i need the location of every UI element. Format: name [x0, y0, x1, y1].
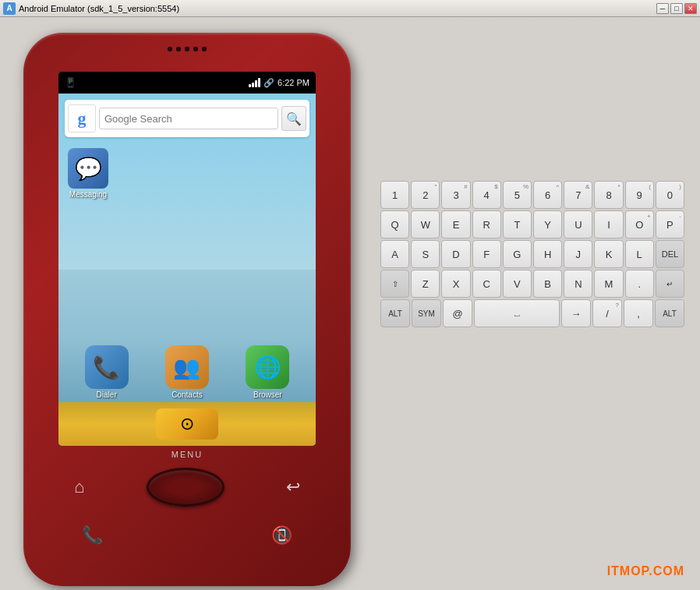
- key-c[interactable]: C: [472, 270, 501, 298]
- key-b[interactable]: B: [533, 270, 562, 298]
- window-title: Android Emulator (sdk_1_5_version:5554): [19, 4, 653, 13]
- speaker-dot: [168, 47, 172, 51]
- key-s[interactable]: S: [411, 240, 440, 268]
- key-enter[interactable]: ↵: [656, 270, 684, 298]
- key-2[interactable]: "2: [411, 181, 440, 209]
- phone-body: 📱 🔗 6:22 PM: [23, 33, 351, 586]
- key-f[interactable]: F: [472, 240, 501, 268]
- browser-icon-glyph: 🌐: [254, 355, 281, 380]
- maximize-button[interactable]: □: [670, 3, 683, 14]
- close-button[interactable]: ✕: [684, 3, 697, 14]
- status-right: 🔗 6:22 PM: [249, 78, 309, 88]
- call-button[interactable]: 📞: [82, 525, 103, 546]
- key-k[interactable]: K: [594, 240, 623, 268]
- key-5[interactable]: %5: [503, 181, 532, 209]
- keyboard-row-numbers: 1 "2 #3 $4 %5 ^6 &7 *8 (9 )0: [380, 181, 684, 209]
- home-icon[interactable]: ⌂: [74, 477, 84, 497]
- signal-bar-3: [255, 80, 257, 87]
- key-8[interactable]: *8: [594, 181, 623, 209]
- key-d[interactable]: D: [441, 240, 470, 268]
- key-at[interactable]: @: [443, 299, 472, 327]
- key-m[interactable]: M: [594, 270, 623, 298]
- search-bar[interactable]: g 🔍: [65, 100, 309, 137]
- key-q[interactable]: Q: [380, 210, 409, 238]
- browser-label: Browser: [253, 390, 282, 399]
- signal-icon: [249, 78, 260, 87]
- keyboard-row-bottom: ALT SYM @ ⎵ → ?/ , ALT: [380, 299, 684, 327]
- key-alt-right[interactable]: ALT: [655, 299, 684, 327]
- key-u[interactable]: U: [564, 210, 592, 238]
- title-bar: A Android Emulator (sdk_1_5_version:5554…: [0, 0, 700, 17]
- key-del[interactable]: DEL: [656, 240, 684, 268]
- watermark: ITMOP.COM: [607, 564, 684, 578]
- key-p[interactable]: -P: [656, 210, 684, 238]
- speaker-dots: [168, 47, 207, 51]
- key-x[interactable]: X: [441, 270, 470, 298]
- messaging-app[interactable]: 💬 Messaging: [68, 148, 108, 199]
- key-space[interactable]: ⎵: [474, 299, 560, 327]
- search-input[interactable]: [99, 108, 278, 129]
- minimize-button[interactable]: ─: [656, 3, 669, 14]
- center-oval-button[interactable]: [147, 468, 224, 507]
- key-alt-left[interactable]: ALT: [380, 299, 410, 327]
- status-left: 📱: [65, 77, 76, 88]
- key-1[interactable]: 1: [380, 181, 409, 209]
- key-r[interactable]: R: [472, 210, 501, 238]
- speaker-dot: [193, 47, 198, 51]
- key-comma[interactable]: ,: [624, 299, 653, 327]
- status-bar: 📱 🔗 6:22 PM: [58, 72, 316, 94]
- window-controls: ─ □ ✕: [656, 3, 697, 14]
- keyboard-row-qwerty: Q W E R T Y U I +O -P: [380, 210, 684, 238]
- contacts-label: Contacts: [171, 390, 202, 399]
- key-slash[interactable]: ?/: [592, 299, 622, 327]
- contacts-app[interactable]: 👥 Contacts: [165, 345, 209, 399]
- nav-bar[interactable]: ⊙: [58, 402, 316, 446]
- signal-bar-2: [252, 83, 254, 87]
- call-buttons: 📞 📵: [58, 516, 316, 555]
- keyboard: 1 "2 #3 $4 %5 ^6 &7 *8 (9 )0 Q W E R T Y…: [380, 181, 684, 329]
- key-i[interactable]: I: [594, 210, 623, 238]
- speaker-dot: [202, 47, 207, 51]
- contacts-icon: 👥: [165, 345, 209, 389]
- key-e[interactable]: E: [441, 210, 470, 238]
- key-3[interactable]: #3: [441, 181, 470, 209]
- key-4[interactable]: $4: [472, 181, 501, 209]
- messaging-icon-glyph: 💬: [75, 156, 102, 182]
- key-6[interactable]: ^6: [533, 181, 562, 209]
- key-o[interactable]: +O: [625, 210, 654, 238]
- key-9[interactable]: (9: [625, 181, 654, 209]
- key-sym[interactable]: SYM: [412, 299, 441, 327]
- menu-label: MENU: [171, 450, 203, 459]
- key-t[interactable]: T: [503, 210, 532, 238]
- key-g[interactable]: G: [503, 240, 532, 268]
- key-l[interactable]: L: [625, 240, 654, 268]
- search-button[interactable]: 🔍: [281, 106, 306, 131]
- key-period[interactable]: .: [625, 270, 654, 298]
- key-n[interactable]: N: [564, 270, 592, 298]
- browser-app[interactable]: 🌐 Browser: [246, 345, 289, 399]
- nav-center-button[interactable]: ⊙: [156, 408, 218, 440]
- menu-area[interactable]: MENU: [58, 446, 316, 463]
- key-7[interactable]: &7: [564, 181, 592, 209]
- key-arrow-right[interactable]: →: [561, 299, 591, 327]
- key-shift[interactable]: ⇧: [380, 270, 409, 298]
- key-v[interactable]: V: [503, 270, 532, 298]
- nav-icon: ⊙: [180, 414, 194, 434]
- dialer-icon: 📞: [85, 345, 129, 389]
- key-h[interactable]: H: [533, 240, 562, 268]
- key-w[interactable]: W: [411, 210, 440, 238]
- phone-screen[interactable]: 📱 🔗 6:22 PM: [58, 72, 316, 446]
- dialer-icon-glyph: 📞: [93, 355, 120, 380]
- contacts-icon-glyph: 👥: [173, 355, 200, 380]
- dialer-app[interactable]: 📞 Dialer: [85, 345, 129, 399]
- signal-bar-1: [249, 84, 251, 87]
- key-a[interactable]: A: [380, 240, 409, 268]
- back-icon[interactable]: ↩: [286, 477, 300, 497]
- key-j[interactable]: J: [564, 240, 592, 268]
- key-z[interactable]: Z: [411, 270, 440, 298]
- key-y[interactable]: Y: [533, 210, 562, 238]
- end-call-button[interactable]: 📵: [271, 525, 292, 546]
- bottom-app-row: 📞 Dialer 👥 Contacts: [58, 345, 316, 399]
- key-0[interactable]: )0: [656, 181, 684, 209]
- search-icon: 🔍: [286, 111, 302, 126]
